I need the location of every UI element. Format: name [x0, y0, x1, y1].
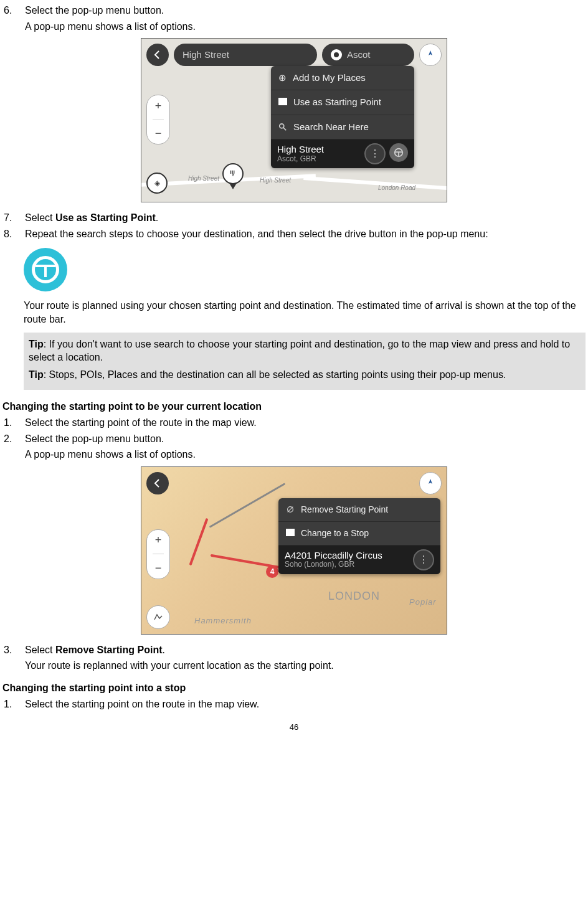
popup-menu: ⊕ Add to My Places Use as Starting Point… — [271, 66, 414, 168]
tip-label: Tip — [29, 369, 44, 380]
tip-text: : Stops, POIs, Places and the destinatio… — [44, 369, 506, 380]
step-2: 2. Select the pop-up menu button. A pop-… — [2, 432, 586, 461]
popup-title: High Street — [277, 144, 324, 155]
road-label: London Road — [378, 184, 415, 192]
step-text: Your route is planned using your chosen … — [24, 299, 586, 326]
tip-label: Tip — [29, 339, 44, 349]
step-1b: 1. Select the starting point on the rout… — [2, 697, 586, 711]
section-heading: Changing the starting point to be your c… — [2, 400, 586, 414]
menu-item-search-near[interactable]: Search Near Here — [271, 115, 414, 139]
step-number: 1. — [2, 697, 25, 711]
popup-footer: High Street Ascot, GBR ⋮ — [271, 139, 414, 168]
view-toggle-button[interactable] — [146, 605, 170, 629]
step-text: Repeat the search steps to choose your d… — [25, 227, 586, 241]
city-label: Hammersmith — [194, 615, 252, 626]
step-number: 8. — [2, 227, 25, 241]
step-text: . — [156, 212, 158, 223]
back-button[interactable] — [146, 44, 169, 66]
menu-item-remove-start[interactable]: Remove Starting Point — [278, 498, 440, 522]
step-number: 2. — [2, 432, 25, 461]
city-label: LONDON — [328, 589, 380, 603]
step-text: . — [163, 645, 165, 655]
menu-item-starting-point[interactable]: Use as Starting Point — [271, 90, 414, 115]
plus-icon: ⊕ — [278, 72, 287, 84]
figure-popup-menu-2: LONDON Hammersmith Poplar 4 + − Remove S… — [141, 466, 447, 635]
zoom-control[interactable]: + − — [146, 95, 170, 144]
compass-button[interactable] — [419, 44, 442, 66]
step-8: 8. Repeat the search steps to choose you… — [2, 227, 586, 241]
step-7: 7. Select Use as Starting Point. — [2, 211, 586, 225]
step-number: 6. — [2, 4, 25, 33]
zoom-out-icon[interactable]: − — [155, 126, 162, 141]
tip-box: Tip: If you don't want to use search to … — [24, 333, 586, 390]
menu-item-add-places[interactable]: ⊕ Add to My Places — [271, 66, 414, 90]
step-text: A pop-up menu shows a list of options. — [25, 20, 586, 34]
remove-icon — [286, 505, 295, 514]
step-number: 7. — [2, 211, 25, 225]
svg-point-0 — [280, 124, 284, 128]
steering-wheel-icon — [32, 256, 59, 283]
tip-text: : If you don't want to use search to cho… — [29, 339, 570, 363]
menu-item-change-stop[interactable]: Change to a Stop — [278, 522, 440, 546]
step-number: 1. — [2, 416, 25, 430]
popup-subtitle: Soho (London), GBR — [285, 560, 382, 569]
zoom-in-icon[interactable]: + — [155, 98, 162, 113]
step-1: 1. Select the starting point of the rout… — [2, 416, 586, 430]
compass-button[interactable] — [419, 472, 442, 494]
step-text: Select the pop-up menu button. — [25, 4, 586, 17]
flag-icon — [278, 96, 287, 108]
step-bold: Use as Starting Point — [55, 212, 156, 223]
more-button[interactable]: ⋮ — [413, 549, 434, 570]
poi-marker-restaurant[interactable] — [222, 163, 244, 184]
more-button[interactable]: ⋮ — [364, 143, 386, 164]
svg-line-1 — [283, 128, 286, 130]
step-text: Your route is replanned with your curren… — [25, 659, 586, 673]
step-6: 6. Select the pop-up menu button. A pop-… — [2, 4, 586, 33]
zoom-control[interactable]: + − — [146, 529, 170, 579]
search-field-right[interactable]: Ascot — [322, 44, 414, 66]
search-icon — [278, 123, 287, 131]
road-label: High Street — [188, 174, 219, 183]
step-text: Select the starting point of the route i… — [25, 416, 586, 430]
back-button[interactable] — [146, 472, 169, 494]
popup-footer: A4201 Piccadilly Circus Soho (London), G… — [278, 546, 440, 574]
search-field-left[interactable]: High Street — [174, 44, 317, 66]
drive-button[interactable] — [389, 143, 408, 162]
popup-title: A4201 Piccadilly Circus — [285, 551, 382, 561]
popup-subtitle: Ascot, GBR — [277, 155, 324, 163]
flag-icon — [286, 527, 295, 539]
popup-menu: Remove Starting Point Change to a Stop A… — [278, 498, 440, 574]
zoom-in-icon[interactable]: + — [155, 532, 162, 547]
step-3: 3. Select Remove Starting Point. Your ro… — [2, 643, 586, 673]
step-text: Select — [25, 645, 55, 655]
map-pin-icon — [331, 49, 342, 60]
poi-marker[interactable]: ◈ — [146, 173, 168, 194]
step-bold: Remove Starting Point — [55, 645, 163, 655]
page-number: 46 — [2, 722, 586, 733]
section-heading: Changing the starting point into a stop — [2, 681, 586, 695]
step-text: A pop-up menu shows a list of options. — [25, 448, 586, 461]
zoom-out-icon[interactable]: − — [155, 560, 162, 575]
step-text: Select the pop-up menu button. — [25, 432, 586, 446]
drive-button-large[interactable] — [24, 248, 67, 291]
step-text: Select — [25, 212, 55, 223]
route-badge: 4 — [266, 565, 278, 578]
step-text: Select the starting point on the route i… — [25, 697, 586, 711]
step-number: 3. — [2, 643, 25, 673]
figure-popup-menu-1: High Street High Street London Road High… — [141, 38, 447, 202]
city-label: Poplar — [409, 597, 437, 608]
road-label: High Street — [260, 176, 291, 185]
